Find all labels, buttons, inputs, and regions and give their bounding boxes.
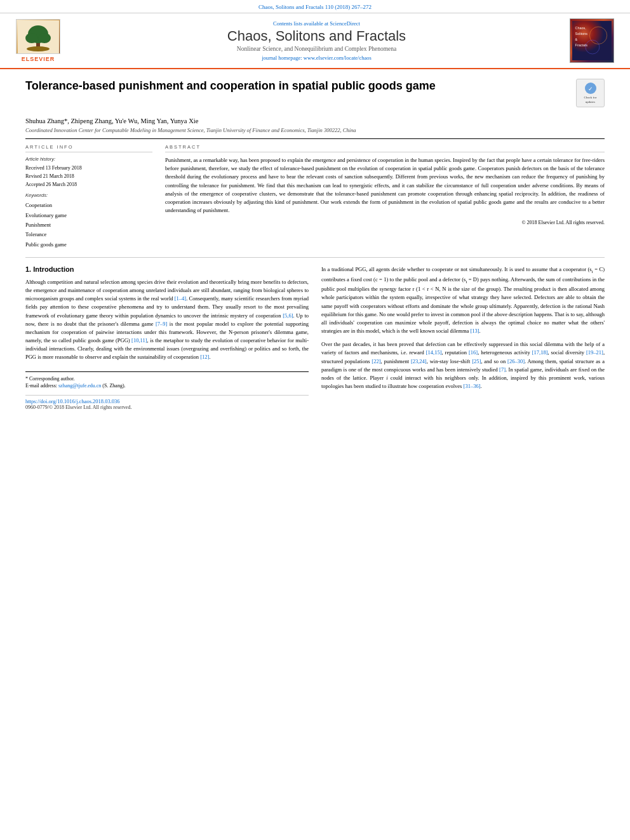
corresponding-author-note: * Corresponding author. (25, 376, 309, 382)
svg-point-4 (38, 33, 51, 43)
footnote-area: * Corresponding author. E-mail address: … (25, 371, 309, 389)
intro-para3: Over the past decades, it has been prove… (321, 340, 605, 390)
page: Chaos, Solitons and Fractals 110 (2018) … (0, 0, 630, 840)
affiliation-line: Coordinated Innovation Center for Comput… (25, 127, 605, 139)
ref-19-21[interactable]: [19–21] (586, 349, 603, 356)
intro-right-column: In a traditional PGG, all agents decide … (321, 265, 605, 410)
keywords-label: Keywords: (25, 192, 152, 198)
ref-31-36[interactable]: [31–36] (464, 383, 481, 389)
intro-title: 1. Introduction (25, 265, 309, 273)
article-info-header: ARTICLE INFO (25, 144, 152, 152)
doi-link[interactable]: https://doi.org/10.1016/j.chaos.2018.03.… (25, 398, 309, 404)
ref-13[interactable]: [13] (470, 328, 479, 334)
accepted-date: Accepted 26 March 2018 (25, 181, 152, 189)
ref-17-18[interactable]: [17,18] (532, 349, 548, 356)
ref-5-6[interactable]: [5,6] (283, 312, 293, 319)
sciencedirect-link[interactable]: Contents lists available at ScienceDirec… (70, 20, 563, 27)
ref-16[interactable]: [16] (469, 349, 478, 356)
intro-para1: Although competition and natural selecti… (25, 278, 309, 362)
keyword-cooperation: Cooperation (25, 201, 152, 210)
email-link[interactable]: szhang@tjufe.edu.cn (58, 383, 101, 389)
svg-text:Solitons: Solitons (575, 32, 588, 36)
abstract-column: ABSTRACT Punishment, as a remarkable way… (165, 144, 605, 250)
keyword-punishment: Punishment (25, 220, 152, 230)
journal-title-center: Contents lists available at ScienceDirec… (64, 20, 570, 61)
article-info-abstract: ARTICLE INFO Article history: Received 1… (25, 144, 605, 250)
svg-text:Chaos,: Chaos, (575, 26, 587, 30)
article-history-label: Article history: (25, 156, 152, 162)
keyword-tolerance: Tolerance (25, 230, 152, 239)
journal-cover-image: Chaos, Solitons & Fractals (570, 18, 617, 63)
article-title: Tolerance-based punishment and cooperati… (25, 79, 570, 93)
abstract-text: Punishment, as a remarkable way, has bee… (165, 156, 605, 215)
svg-point-5 (27, 46, 50, 51)
elsevier-text: ELSEVIER (22, 56, 55, 62)
keywords-section: Keywords: Cooperation Evolutionary game … (25, 192, 152, 249)
journal-homepage[interactable]: journal homepage: www.elsevier.com/locat… (70, 55, 563, 61)
svg-text:✓: ✓ (588, 86, 593, 92)
abstract-header: ABSTRACT (165, 144, 605, 152)
ref-23-24[interactable]: [23,24] (411, 358, 427, 364)
article-dates: Received 13 February 2018 Revised 21 Mar… (25, 164, 152, 189)
bottom-bar: https://doi.org/10.1016/j.chaos.2018.03.… (25, 395, 309, 410)
section-divider (25, 257, 605, 258)
ref-26-30[interactable]: [26–30] (507, 358, 525, 364)
journal-top-bar: Chaos, Solitons and Fractals 110 (2018) … (0, 0, 630, 13)
copyright-line: © 2018 Elsevier Ltd. All rights reserved… (165, 220, 605, 225)
ref-22[interactable]: [22] (372, 358, 380, 364)
svg-text:&: & (575, 37, 578, 41)
revised-date: Revised 21 March 2018 (25, 173, 152, 181)
issn-line: 0960-0779/© 2018 Elsevier Ltd. All right… (25, 404, 309, 410)
elsevier-tree-image (16, 19, 60, 54)
ref-25[interactable]: [25] (472, 358, 481, 364)
received-date: Received 13 February 2018 (25, 164, 152, 173)
email-label: E-mail address: (25, 383, 57, 389)
body-content: 1. Introduction Although competition and… (25, 265, 605, 410)
keyword-evolutionary-game: Evolutionary game (25, 211, 152, 220)
email-line: E-mail address: szhang@tjufe.edu.cn (S. … (25, 383, 309, 389)
email-suffix: (S. Zhang). (102, 383, 125, 389)
article-title-section: Tolerance-based punishment and cooperati… (25, 79, 605, 112)
journal-header: ELSEVIER Contents lists available at Sci… (0, 13, 630, 69)
journal-main-title: Chaos, Solitons and Fractals (70, 28, 563, 44)
journal-subtitle: Nonlinear Science, and Nonequilibrium an… (70, 46, 563, 52)
check-updates-badge: ✓ Check for updates (576, 79, 605, 107)
journal-cover-thumbnail: Chaos, Solitons & Fractals (570, 18, 614, 63)
ref-14-15[interactable]: [14,15] (426, 349, 442, 356)
intro-para2: In a traditional PGG, all agents decide … (321, 265, 605, 335)
article-info-column: ARTICLE INFO Article history: Received 1… (25, 144, 152, 250)
ref-12[interactable]: [12] (200, 354, 209, 360)
ref-1-4[interactable]: [1–4] (175, 295, 186, 302)
ref-7-9[interactable]: [7–9] (156, 321, 167, 327)
ref-10-11[interactable]: [10,11] (131, 337, 147, 343)
ref-7b[interactable]: [7] (499, 366, 506, 373)
journal-citation: Chaos, Solitons and Fractals 110 (2018) … (258, 4, 372, 10)
keyword-public-goods-game: Public goods game (25, 240, 152, 250)
authors-line: Shuhua Zhang*, Zhipeng Zhang, Yu'e Wu, M… (25, 117, 605, 124)
intro-left-column: 1. Introduction Although competition and… (25, 265, 309, 410)
check-updates-text: Check for updates (584, 96, 597, 104)
elsevier-logo: ELSEVIER (13, 19, 64, 62)
article-content: Tolerance-based punishment and cooperati… (0, 69, 630, 423)
svg-point-3 (25, 33, 38, 43)
